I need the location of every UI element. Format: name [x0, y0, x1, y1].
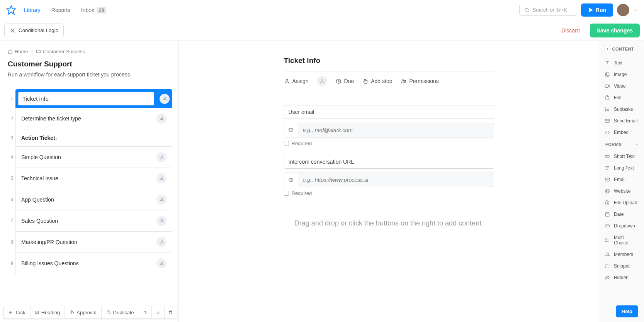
nav-reports[interactable]: Reports	[48, 5, 73, 15]
person-icon	[319, 79, 325, 84]
panel-item-email[interactable]: Email	[599, 174, 644, 185]
task-card[interactable]: Technical Issue	[15, 168, 172, 189]
panel-item-label: Dropdown	[614, 223, 635, 229]
user-avatar[interactable]	[617, 4, 629, 16]
panel-item-dropdown[interactable]: Dropdown	[599, 220, 644, 232]
due-action[interactable]: Due	[336, 78, 354, 84]
run-button[interactable]: Run	[581, 3, 613, 17]
content-section-header[interactable]: CONTENT	[599, 41, 644, 57]
panel-item-members[interactable]: Members	[599, 249, 644, 260]
duplicate-button[interactable]: Duplicate	[102, 306, 139, 319]
search-icon	[524, 7, 530, 13]
svg-rect-57	[605, 264, 609, 268]
task-card[interactable]	[15, 89, 172, 108]
panel-item-date[interactable]: Date	[599, 208, 644, 220]
chevron-right-icon	[605, 47, 609, 51]
panel-item-image[interactable]: Image	[599, 69, 644, 80]
task-card[interactable]: Simple Question	[15, 146, 172, 168]
svg-point-6	[164, 97, 165, 98]
task-card[interactable]: Sales Question	[15, 210, 172, 232]
nav-inbox-label: Inbox	[81, 7, 94, 13]
task-card[interactable]: App Question	[15, 189, 172, 210]
delete-button[interactable]	[165, 306, 177, 319]
conditional-logic-button[interactable]: Conditional Logic	[4, 24, 64, 37]
search-input[interactable]: Search or ⌘+K	[519, 4, 577, 16]
task-label: Action Ticket:	[21, 135, 57, 141]
svg-point-15	[321, 80, 323, 81]
user-menu-chevron[interactable]	[633, 8, 638, 12]
center-panel: Ticket info Assign Due Add stop	[179, 41, 599, 322]
panel-item-short-text[interactable]: Short Text	[599, 151, 644, 162]
assignee-chip[interactable]	[156, 237, 167, 247]
assignee-chip[interactable]	[156, 114, 167, 124]
panel-item-label: Multi Choice	[614, 235, 639, 246]
task-row: 6App Question	[8, 189, 172, 210]
save-changes-button[interactable]: Save changes	[590, 24, 640, 37]
discard-button[interactable]: Discard	[555, 24, 586, 37]
panel-item-long-text[interactable]: Long Text	[599, 162, 644, 174]
nav-inbox[interactable]: Inbox 28	[78, 5, 110, 15]
forms-section-header[interactable]: FORMS	[599, 138, 644, 151]
panel-item-label: Email	[614, 177, 625, 182]
task-label: Billing Issues Questions	[21, 260, 79, 266]
panel-item-label: Snippet	[614, 263, 630, 269]
field-input[interactable]	[298, 123, 494, 137]
svg-point-55	[606, 253, 608, 254]
panel-item-video[interactable]: Video	[599, 80, 644, 92]
add-heading-button[interactable]: H Heading	[31, 306, 65, 319]
workflow-description[interactable]: Run a workflow for each support ticket y…	[8, 71, 172, 78]
person-icon	[284, 78, 290, 84]
panel-collapse-toggle[interactable]	[605, 45, 610, 53]
panel-item-file-upload[interactable]: File Upload	[599, 197, 644, 208]
move-up-button[interactable]	[139, 306, 152, 319]
required-checkbox[interactable]	[284, 191, 289, 196]
task-card[interactable]: Marketing/PR Question	[15, 231, 172, 253]
task-label: Simple Question	[21, 154, 61, 160]
panel-item-hidden[interactable]: Hidden	[599, 272, 644, 283]
panel-item-website[interactable]: Website	[599, 185, 644, 197]
permissions-label: Permissions	[409, 78, 438, 84]
task-card[interactable]: Action Ticket:	[15, 129, 172, 147]
panel-item-subtasks[interactable]: Subtasks	[599, 103, 644, 115]
assignee-chip[interactable]	[156, 195, 167, 205]
panel-item-text[interactable]: Text	[599, 57, 644, 69]
main: Home › Customer Success Customer Support…	[0, 41, 644, 322]
assign-chip[interactable]	[317, 76, 327, 86]
add-task-button[interactable]: Task	[3, 306, 31, 319]
task-label: Task	[15, 310, 25, 315]
permissions-action[interactable]: Permissions	[401, 78, 438, 84]
logo-icon[interactable]	[6, 5, 16, 15]
assignee-chip[interactable]	[156, 258, 167, 268]
move-down-button[interactable]	[152, 306, 165, 319]
panel-item-file[interactable]: File	[599, 92, 644, 103]
panel-item-send-email[interactable]: Send Email	[599, 115, 644, 127]
panel-item-multi-choice[interactable]: Multi Choice	[599, 232, 644, 249]
task-title-input[interactable]	[18, 92, 154, 105]
nav-library[interactable]: Library	[21, 5, 44, 15]
add-approval-button[interactable]: Approval	[65, 306, 101, 319]
add-stop-label: Add stop	[371, 78, 392, 84]
field-input[interactable]	[298, 173, 494, 187]
help-button[interactable]: Help	[616, 305, 638, 317]
assign-action[interactable]: Assign	[284, 78, 309, 84]
content-title: Ticket info	[284, 56, 494, 65]
task-number: 6	[8, 189, 15, 210]
assignee-chip[interactable]	[156, 152, 167, 162]
task-card[interactable]: Determine the ticket type	[15, 108, 172, 129]
assignee-chip[interactable]	[156, 173, 167, 183]
task-card[interactable]: Billing Issues Questions	[15, 253, 172, 274]
svg-point-8	[161, 156, 162, 157]
assignee-chip[interactable]	[156, 216, 167, 226]
panel-item-embed[interactable]: Embed	[599, 127, 644, 138]
add-stop-action[interactable]: Add stop	[362, 78, 392, 84]
field-label[interactable]: User email	[284, 105, 494, 119]
assignee-chip[interactable]	[160, 94, 170, 104]
forms-header-label: FORMS	[605, 142, 622, 147]
workflow-title[interactable]: Customer Support	[8, 60, 172, 68]
breadcrumb-folder[interactable]: Customer Success	[36, 49, 85, 54]
panel-item-snippet[interactable]: Snippet	[599, 260, 644, 272]
field-label[interactable]: Intercom conversation URL	[284, 155, 494, 169]
required-checkbox[interactable]	[284, 141, 289, 146]
chevron-down-icon	[635, 142, 639, 146]
breadcrumb-home[interactable]: Home	[8, 49, 28, 54]
